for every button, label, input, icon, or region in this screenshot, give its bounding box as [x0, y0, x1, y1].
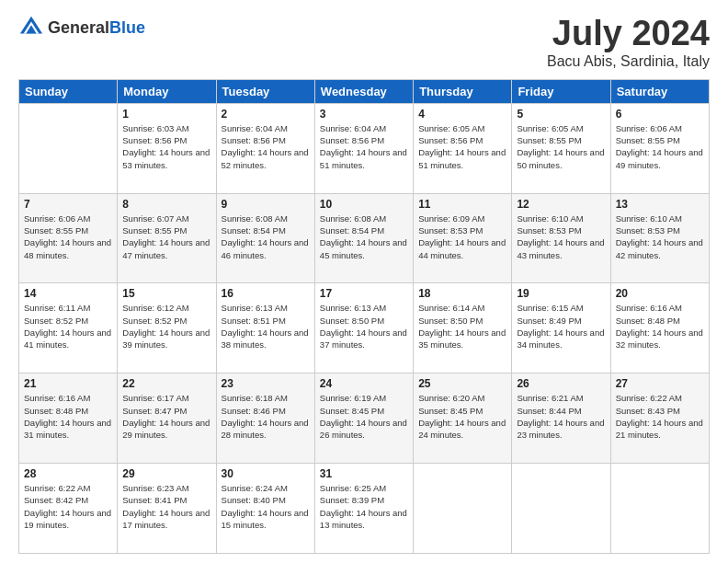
- table-row: 14 Sunrise: 6:11 AM Sunset: 8:52 PM Dayl…: [19, 283, 118, 373]
- table-row: 23 Sunrise: 6:18 AM Sunset: 8:46 PM Dayl…: [216, 373, 314, 464]
- table-row: 30 Sunrise: 6:24 AM Sunset: 8:40 PM Dayl…: [216, 464, 314, 554]
- sunrise-text: Sunrise: 6:23 AM: [122, 483, 188, 493]
- logo-blue: Blue: [109, 18, 145, 37]
- day-number: 29: [122, 467, 210, 480]
- day-number: 28: [24, 467, 112, 480]
- sunrise-text: Sunrise: 6:21 AM: [517, 393, 583, 403]
- day-number: 12: [517, 198, 605, 211]
- table-row: 28 Sunrise: 6:22 AM Sunset: 8:42 PM Dayl…: [19, 464, 118, 554]
- daylight-text: Daylight: 14 hours and 23 minutes.: [517, 418, 604, 440]
- daylight-text: Daylight: 14 hours and 24 minutes.: [418, 418, 506, 440]
- sunrise-text: Sunrise: 6:18 AM: [222, 393, 288, 403]
- table-row: 29 Sunrise: 6:23 AM Sunset: 8:41 PM Dayl…: [118, 464, 216, 554]
- daylight-text: Daylight: 14 hours and 29 minutes.: [122, 418, 210, 440]
- table-row: 20 Sunrise: 6:16 AM Sunset: 8:48 PM Dayl…: [610, 283, 709, 373]
- table-row: 21 Sunrise: 6:16 AM Sunset: 8:48 PM Dayl…: [19, 373, 118, 464]
- cell-content: Sunrise: 6:22 AM Sunset: 8:43 PM Dayligh…: [616, 392, 704, 441]
- sunset-text: Sunset: 8:53 PM: [517, 225, 581, 236]
- sunset-text: Sunset: 8:43 PM: [616, 406, 680, 416]
- calendar-week-row: 14 Sunrise: 6:11 AM Sunset: 8:52 PM Dayl…: [19, 283, 710, 373]
- table-row: 3 Sunrise: 6:04 AM Sunset: 8:56 PM Dayli…: [314, 103, 413, 193]
- sunrise-text: Sunrise: 6:05 AM: [517, 123, 583, 133]
- logo-text: GeneralBlue: [48, 18, 145, 38]
- cell-content: Sunrise: 6:23 AM Sunset: 8:41 PM Dayligh…: [122, 482, 210, 531]
- daylight-text: Daylight: 14 hours and 15 minutes.: [222, 508, 309, 530]
- sunset-text: Sunset: 8:51 PM: [222, 316, 286, 326]
- daylight-text: Daylight: 14 hours and 53 minutes.: [122, 147, 210, 169]
- calendar-page: GeneralBlue July 2024 Bacu Abis, Sardini…: [0, 0, 728, 563]
- daylight-text: Daylight: 14 hours and 52 minutes.: [222, 147, 309, 169]
- day-number: 24: [320, 377, 408, 390]
- daylight-text: Daylight: 14 hours and 49 minutes.: [616, 147, 703, 169]
- sunrise-text: Sunrise: 6:22 AM: [24, 483, 90, 493]
- daylight-text: Daylight: 14 hours and 43 minutes.: [517, 237, 604, 259]
- table-row: 4 Sunrise: 6:05 AM Sunset: 8:56 PM Dayli…: [414, 103, 512, 193]
- sunset-text: Sunset: 8:55 PM: [122, 225, 187, 236]
- day-number: 5: [517, 108, 605, 121]
- sunset-text: Sunset: 8:42 PM: [24, 495, 88, 505]
- sunrise-text: Sunrise: 6:16 AM: [616, 303, 682, 313]
- table-row: [610, 464, 709, 554]
- sunrise-text: Sunrise: 6:11 AM: [24, 303, 90, 313]
- sunrise-text: Sunrise: 6:20 AM: [418, 393, 484, 403]
- cell-content: Sunrise: 6:24 AM Sunset: 8:40 PM Dayligh…: [222, 482, 310, 531]
- table-row: 13 Sunrise: 6:10 AM Sunset: 8:53 PM Dayl…: [610, 193, 709, 283]
- cell-content: Sunrise: 6:21 AM Sunset: 8:44 PM Dayligh…: [517, 392, 605, 441]
- table-row: [414, 464, 512, 554]
- sunrise-text: Sunrise: 6:15 AM: [517, 303, 583, 313]
- cell-content: Sunrise: 6:13 AM Sunset: 8:50 PM Dayligh…: [320, 302, 408, 350]
- sunrise-text: Sunrise: 6:08 AM: [222, 213, 288, 224]
- table-row: 27 Sunrise: 6:22 AM Sunset: 8:43 PM Dayl…: [610, 373, 709, 464]
- sunset-text: Sunset: 8:49 PM: [517, 316, 581, 326]
- table-row: 2 Sunrise: 6:04 AM Sunset: 8:56 PM Dayli…: [216, 103, 314, 193]
- day-number: 6: [616, 108, 704, 121]
- table-row: 19 Sunrise: 6:15 AM Sunset: 8:49 PM Dayl…: [512, 283, 610, 373]
- calendar-week-row: 1 Sunrise: 6:03 AM Sunset: 8:56 PM Dayli…: [19, 103, 710, 193]
- daylight-text: Daylight: 14 hours and 19 minutes.: [24, 508, 111, 530]
- title-area: July 2024 Bacu Abis, Sardinia, Italy: [547, 15, 710, 70]
- sunset-text: Sunset: 8:50 PM: [320, 316, 384, 326]
- daylight-text: Daylight: 14 hours and 50 minutes.: [517, 147, 604, 169]
- day-number: 4: [418, 108, 506, 121]
- sunset-text: Sunset: 8:48 PM: [24, 406, 88, 416]
- cell-content: Sunrise: 6:05 AM Sunset: 8:55 PM Dayligh…: [517, 122, 605, 171]
- sunset-text: Sunset: 8:50 PM: [418, 316, 483, 326]
- sunrise-text: Sunrise: 6:03 AM: [122, 123, 188, 133]
- table-row: 18 Sunrise: 6:14 AM Sunset: 8:50 PM Dayl…: [414, 283, 512, 373]
- day-number: 18: [418, 287, 506, 300]
- month-title: July 2024: [547, 15, 710, 53]
- daylight-text: Daylight: 14 hours and 35 minutes.: [418, 327, 506, 350]
- sunset-text: Sunset: 8:54 PM: [222, 225, 286, 236]
- day-number: 1: [122, 108, 210, 121]
- sunrise-text: Sunrise: 6:16 AM: [24, 393, 90, 403]
- daylight-text: Daylight: 14 hours and 13 minutes.: [320, 508, 407, 530]
- day-number: 9: [222, 198, 310, 211]
- cell-content: Sunrise: 6:10 AM Sunset: 8:53 PM Dayligh…: [517, 213, 605, 261]
- sunrise-text: Sunrise: 6:05 AM: [418, 123, 484, 133]
- sunset-text: Sunset: 8:56 PM: [122, 135, 187, 145]
- day-number: 15: [122, 287, 210, 300]
- sunrise-text: Sunrise: 6:22 AM: [616, 393, 682, 403]
- header: GeneralBlue July 2024 Bacu Abis, Sardini…: [18, 15, 710, 70]
- sunset-text: Sunset: 8:52 PM: [122, 316, 187, 326]
- sunrise-text: Sunrise: 6:13 AM: [320, 303, 386, 313]
- cell-content: Sunrise: 6:16 AM Sunset: 8:48 PM Dayligh…: [24, 392, 112, 441]
- calendar-week-row: 7 Sunrise: 6:06 AM Sunset: 8:55 PM Dayli…: [19, 193, 710, 283]
- daylight-text: Daylight: 14 hours and 38 minutes.: [222, 327, 309, 350]
- daylight-text: Daylight: 14 hours and 47 minutes.: [122, 237, 210, 259]
- day-number: 27: [616, 377, 704, 390]
- daylight-text: Daylight: 14 hours and 32 minutes.: [616, 327, 703, 350]
- daylight-text: Daylight: 14 hours and 46 minutes.: [222, 237, 309, 259]
- daylight-text: Daylight: 14 hours and 45 minutes.: [320, 237, 407, 259]
- day-number: 20: [616, 287, 704, 300]
- calendar-week-row: 28 Sunrise: 6:22 AM Sunset: 8:42 PM Dayl…: [19, 464, 710, 554]
- day-number: 7: [24, 198, 112, 211]
- sunset-text: Sunset: 8:41 PM: [122, 495, 187, 505]
- header-wednesday: Wednesday: [314, 79, 413, 103]
- sunrise-text: Sunrise: 6:09 AM: [418, 213, 484, 224]
- table-row: [512, 464, 610, 554]
- sunset-text: Sunset: 8:45 PM: [418, 406, 483, 416]
- table-row: 5 Sunrise: 6:05 AM Sunset: 8:55 PM Dayli…: [512, 103, 610, 193]
- table-row: 9 Sunrise: 6:08 AM Sunset: 8:54 PM Dayli…: [216, 193, 314, 283]
- table-row: 1 Sunrise: 6:03 AM Sunset: 8:56 PM Dayli…: [118, 103, 216, 193]
